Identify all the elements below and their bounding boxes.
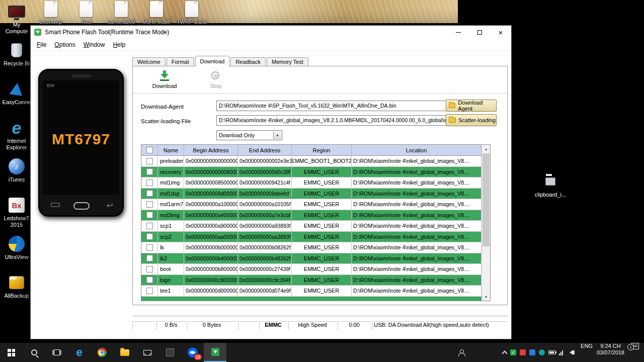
table-row[interactable]: md3img 0x000000000a400000 0x000000000a7e…	[141, 210, 481, 221]
minimize-button[interactable]	[448, 26, 469, 39]
edge-button[interactable]: e	[68, 343, 91, 362]
table-scrollbar[interactable]: ▲ ▼	[481, 145, 490, 301]
menu-item[interactable]: Help	[109, 40, 129, 50]
action-center-icon[interactable]: 1	[631, 343, 639, 349]
tab[interactable]: Download	[195, 56, 230, 66]
file-explorer-button[interactable]	[113, 343, 136, 362]
tray-blue-icon[interactable]	[529, 349, 535, 355]
table-row[interactable]: lk2 0x000000000b400000 0x000000000b48262…	[141, 253, 481, 264]
download-agent-field[interactable]: D:\ROM\xiaomi\note 4\SP_Flash_Tool_v5.16…	[216, 101, 474, 111]
desktop-icon-allbackup[interactable]: AllBackup	[2, 272, 32, 311]
column-header-begin[interactable]: Begin Address	[184, 145, 238, 156]
desktop-icon[interactable]: camera360	[104, 1, 139, 25]
row-checkbox[interactable]	[146, 168, 153, 175]
search-button[interactable]	[23, 343, 45, 362]
desktop-icon-recycle-bin[interactable]: Recycle Bi	[2, 40, 32, 78]
desktop-icon-label: Tool	[81, 19, 91, 25]
desktop-icon[interactable]: TWRP 3.2.1	[174, 1, 209, 25]
table-row[interactable]: md1dsp 0x0000000009d00000 0x0000000009de…	[141, 189, 481, 200]
desktop-icon-easyconnect[interactable]: EasyConne	[2, 78, 32, 117]
column-header-location[interactable]: Location	[352, 145, 481, 156]
begin-address-cell: 0x0000000008500000	[184, 177, 238, 189]
row-checkbox[interactable]	[146, 179, 153, 186]
scatter-file-combobox[interactable]: D:\ROM\xiaomi\note 4\nikel_global_images…	[216, 115, 472, 126]
desktop-icon-my-computer[interactable]: My Compute	[2, 1, 32, 40]
close-button[interactable]: ×	[490, 26, 511, 39]
zalo-badge: 19	[194, 353, 202, 360]
scatter-loading-button[interactable]: Scatter-loading	[446, 114, 497, 126]
table-row[interactable]: scp1 0x000000000a900000 0x000000000a9389…	[141, 221, 481, 232]
stop-button[interactable]: Stop	[199, 70, 232, 89]
column-header-name[interactable]: Name	[158, 145, 184, 156]
app-window-button[interactable]	[158, 343, 181, 362]
recycle-bin-icon	[8, 42, 26, 59]
location-cell: D:\ROM\xiaomi\note 4\nikel_global_images…	[352, 264, 481, 275]
mail-button[interactable]	[136, 343, 158, 362]
table-row[interactable]: lk 0x000000000b000000 0x000000000b08262f…	[141, 242, 481, 253]
tray-expand-icon[interactable]	[502, 350, 507, 356]
column-header-end[interactable]: End Address	[238, 145, 292, 156]
tray-red-icon[interactable]	[520, 349, 526, 355]
row-checkbox[interactable]	[146, 233, 153, 240]
scroll-up-icon[interactable]: ▲	[482, 145, 490, 153]
tab[interactable]: Readback	[230, 57, 266, 66]
scrollbar-thumb[interactable]	[482, 153, 490, 246]
desktop-icon-internet-explorer[interactable]: e Internet Explorer	[2, 117, 32, 156]
zalo-button[interactable]: 19	[181, 343, 204, 362]
desktop-icon-ledshow[interactable]: Bx LedshowT 2015	[2, 195, 32, 233]
table-row[interactable]: preloader 0x0000000000000000 0x000000000…	[141, 156, 481, 167]
desktop-icon[interactable]: boot twrp	[33, 1, 68, 25]
scatter-file-label: Scatter-loading File	[141, 116, 191, 126]
task-view-button[interactable]	[45, 343, 68, 362]
row-checkbox[interactable]	[146, 255, 153, 261]
desktop-icon[interactable]: Morel ocale	[139, 1, 174, 25]
column-header-region[interactable]: Region	[292, 145, 352, 156]
antivirus-shield-icon[interactable]: ✓	[510, 349, 516, 355]
mode-select[interactable]: Download Only ▼	[216, 130, 282, 140]
tab[interactable]: Welcome	[132, 57, 166, 66]
row-checkbox[interactable]	[146, 277, 153, 283]
menu-item[interactable]: Window	[79, 40, 109, 50]
taskbar-clock[interactable]: 9:24 CH 03/07/2018	[597, 343, 624, 362]
language-indicator[interactable]: ENG	[581, 343, 593, 362]
tab[interactable]: Memory Test	[267, 57, 308, 66]
menu-item[interactable]: File	[33, 40, 50, 50]
desktop-icon-itunes[interactable]: ♪ iTunes	[2, 156, 32, 195]
chrome-button[interactable]	[91, 343, 113, 362]
table-row[interactable]: logo 0x000000000c800000 0x000000000c9c39…	[141, 275, 481, 286]
menu-item[interactable]: Options	[50, 40, 79, 50]
scroll-down-icon[interactable]: ▼	[482, 293, 490, 301]
tray-teal-icon[interactable]	[539, 349, 545, 355]
table-row[interactable]: tee1 0x000000000d000000 0x000000000d074e…	[141, 286, 481, 297]
table-row[interactable]: recovery 0x0000000000008000 0x0000000000…	[141, 167, 481, 178]
desktop-icon-clipboard[interactable]: clipboard_i...	[534, 173, 567, 198]
chevron-down-icon[interactable]: ▼	[273, 131, 281, 139]
select-all-checkbox[interactable]	[146, 147, 153, 153]
desktop-icon[interactable]: Tool	[68, 1, 104, 25]
table-row[interactable]: scp2 0x000000000aa00000 0x000000000aa389…	[141, 232, 481, 243]
row-checkbox[interactable]	[146, 223, 153, 229]
titlebar[interactable]: Smart Phone Flash Tool(Runtime Trace Mod…	[31, 26, 511, 39]
tab[interactable]: Format	[167, 57, 194, 66]
row-checkbox[interactable]	[146, 201, 153, 208]
maximize-button[interactable]	[469, 26, 490, 39]
row-checkbox[interactable]	[146, 158, 153, 164]
network-signal-icon[interactable]	[559, 350, 564, 355]
volume-icon[interactable]	[567, 350, 573, 355]
people-button[interactable]	[450, 343, 472, 362]
table-row[interactable]: md1img 0x0000000008500000 0x000000000942…	[141, 177, 481, 189]
table-row[interactable]: md1arm7 0x000000000a100000 0x000000000a1…	[141, 199, 481, 210]
start-button[interactable]	[0, 343, 23, 362]
table-row[interactable]: boot 0x000000000b800000 0x000000000c2743…	[141, 264, 481, 275]
battery-icon[interactable]	[548, 350, 555, 354]
row-checkbox[interactable]	[146, 190, 153, 197]
download-agent-button[interactable]: Download Agent	[446, 100, 497, 112]
download-button[interactable]: Download	[148, 70, 181, 89]
flash-tool-taskbar-button[interactable]	[204, 343, 226, 362]
select-all-cell[interactable]	[141, 145, 158, 156]
row-checkbox[interactable]	[146, 288, 153, 294]
row-checkbox[interactable]	[146, 212, 153, 218]
row-checkbox[interactable]	[146, 244, 153, 251]
desktop-icon-ultraviewer[interactable]: UltraView	[2, 233, 32, 272]
row-checkbox[interactable]	[146, 266, 153, 273]
